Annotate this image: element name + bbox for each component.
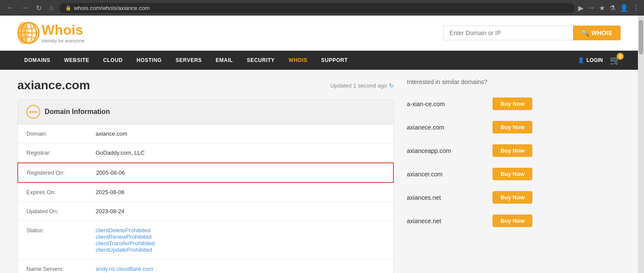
similar-domain-5: axiances.net [407,194,441,201]
forward-button[interactable]: → [19,3,30,13]
similar-item-2: axianece.com Buy Now [407,116,532,139]
star-icon[interactable]: ★ [599,4,605,12]
similar-domain-3: axianceapp.com [407,147,451,154]
share-icon[interactable]: → [588,4,595,12]
svg-rect-4 [17,22,29,44]
status-4[interactable]: clientUpdateProhibited [96,247,385,253]
cart-button[interactable]: 🛒 0 [610,55,621,65]
domain-value: axiance.com [96,130,385,137]
scrollbar[interactable] [638,16,644,273]
similar-item-1: a-xian-ce.com Buy Now [407,92,532,116]
nav-whois[interactable]: WHOIS [282,51,314,70]
address-bar[interactable]: 🔒 whois.com/whois/axiance.com [59,3,575,13]
updated-on-label: Updated On: [26,208,96,214]
url-text: whois.com/whois/axiance.com [74,5,150,11]
nav-hosting[interactable]: HOSTING [130,51,169,70]
refresh-icon[interactable]: ↻ [389,82,394,89]
status-1[interactable]: clientDeleteProhibited [96,227,385,234]
login-button[interactable]: 👤 LOGIN [578,57,603,63]
profile-icon[interactable]: 👤 [620,4,628,12]
nav-website[interactable]: WEBSITE [57,51,96,70]
nav-email[interactable]: EMAIL [209,51,240,70]
search-area: 🔍 WHOIS [443,26,621,40]
domain-label: Domain: [26,130,96,137]
logo-icon [17,22,40,44]
registrar-row: Registrar: GoDaddy.com, LLC [18,143,393,162]
nav-domains[interactable]: DOMAINS [17,51,57,70]
expires-on-value: 2025-08-06 [96,189,385,195]
domain-row: Domain: axiance.com [18,124,393,143]
name-servers-row: Name Servers: andy.ns.cloudflare.com lil… [18,260,393,273]
ns-1[interactable]: andy.ns.cloudflare.com [96,266,385,272]
similar-domains-section: Interested in similar domains? a-xian-ce… [394,78,532,273]
whois-section: axiance.com Updated 1 second ago ↻ www D… [17,78,394,273]
lock-icon: 🔒 [65,5,71,11]
expires-on-label: Expires On: [26,189,96,195]
nav-items: DOMAINS WEBSITE CLOUD HOSTING SERVERS EM… [17,51,578,70]
domain-title-row: axiance.com Updated 1 second ago ↻ [17,78,394,92]
nav-cloud[interactable]: CLOUD [96,51,129,70]
logo-whois-text: Whois [42,23,85,38]
status-3[interactable]: clientTransferProhibited [96,240,385,247]
buy-now-button-1[interactable]: Buy Now [493,98,532,110]
status-row: Status: clientDeleteProhibited clientRen… [18,221,393,260]
scrollbar-thumb[interactable] [639,20,643,55]
home-button[interactable]: ⌂ [47,3,56,13]
domain-info-card: www Domain Information Domain: axiance.c… [17,99,394,273]
browser-actions: ▶ → ★ ⚗ 👤 ⋮ [578,4,640,12]
similar-domain-2: axianece.com [407,124,444,131]
similar-domain-4: axiancer.com [407,171,442,178]
search-button[interactable]: 🔍 WHOIS [573,26,621,40]
main-content: axiance.com Updated 1 second ago ↻ www D… [0,70,638,273]
extensions-icon[interactable]: ⚗ [609,4,615,12]
search-input[interactable] [443,26,573,40]
similar-item-3: axianceapp.com Buy Now [407,139,532,162]
back-button[interactable]: ← [4,3,16,13]
status-label: Status: [26,227,96,253]
registered-on-label: Registered On: [27,169,96,176]
buy-now-button-3[interactable]: Buy Now [493,144,532,157]
site-header: Whois Identity for everyone 🔍 WHOIS [0,16,638,51]
nav-servers[interactable]: SERVERS [169,51,209,70]
buy-now-button-2[interactable]: Buy Now [493,121,532,133]
nav-security[interactable]: SECURITY [240,51,282,70]
buy-now-button-6[interactable]: Buy Now [493,214,532,227]
status-value: clientDeleteProhibited clientRenewProhib… [96,227,385,253]
search-icon: 🔍 [582,29,589,36]
logo-tagline: Identity for everyone [42,38,85,43]
similar-item-5: axiances.net Buy Now [407,186,532,209]
registrar-label: Registrar: [26,150,96,156]
updated-label: Updated 1 second ago ↻ [330,82,394,89]
cast-icon[interactable]: ▶ [578,4,583,12]
updated-on-value: 2023-08-24 [96,208,385,214]
updated-on-row: Updated On: 2023-08-24 [18,202,393,221]
buy-now-button-4[interactable]: Buy Now [493,168,532,180]
expires-on-row: Expires On: 2025-08-06 [18,183,393,202]
registered-on-row: Registered On: 2005-08-06 [17,162,394,183]
card-header: www Domain Information [18,100,393,124]
similar-domain-1: a-xian-ce.com [407,101,445,107]
refresh-button[interactable]: ↻ [34,3,44,13]
registrar-value: GoDaddy.com, LLC [96,150,385,156]
buy-now-button-5[interactable]: Buy Now [493,191,532,204]
similar-item-6: axianece.net Buy Now [407,209,532,233]
similar-item-4: axiancer.com Buy Now [407,162,532,186]
info-table: Domain: axiance.com Registrar: GoDaddy.c… [18,124,393,273]
nav-support[interactable]: SUPPORT [314,51,355,70]
browser-chrome: ← → ↻ ⌂ 🔒 whois.com/whois/axiance.com ▶ … [0,0,644,16]
card-header-title: Domain Information [45,108,110,116]
nav-right: 👤 LOGIN 🛒 0 [578,55,621,65]
main-nav: DOMAINS WEBSITE CLOUD HOSTING SERVERS EM… [0,51,638,70]
domain-title: axiance.com [17,78,90,92]
similar-title: Interested in similar domains? [407,78,532,85]
user-icon: 👤 [578,57,584,63]
similar-domain-6: axianece.net [407,218,441,224]
name-servers-value: andy.ns.cloudflare.com lily.ns.cloudflar… [96,266,385,273]
logo[interactable]: Whois Identity for everyone [17,22,85,44]
www-icon: www [26,105,40,119]
cart-badge: 0 [617,53,624,60]
registered-on-value: 2005-08-06 [96,169,384,176]
status-2[interactable]: clientRenewProhibited [96,234,385,240]
menu-icon[interactable]: ⋮ [633,4,640,12]
name-servers-label: Name Servers: [26,266,96,273]
